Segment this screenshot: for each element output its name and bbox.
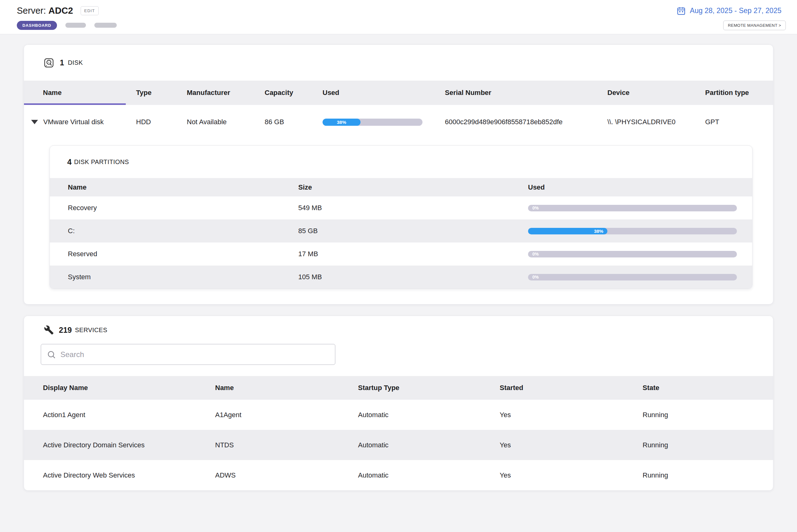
column-header-serial[interactable]: Serial Number <box>445 89 607 97</box>
partition-size: 85 GB <box>298 227 528 235</box>
service-startup-type: Automatic <box>358 471 500 479</box>
partition-used-percent-label: 0% <box>532 274 538 280</box>
partition-name: System <box>50 273 298 281</box>
partition-name: Reserved <box>50 250 298 258</box>
disk-type: HDD <box>136 118 187 126</box>
disk-used-progress-bar: 38% 38% <box>323 119 422 126</box>
partitions-table-header: Name Size Used <box>50 178 752 196</box>
service-started: Yes <box>500 441 643 449</box>
tab-dashboard[interactable]: DASHBOARD <box>17 21 57 30</box>
service-startup-type: Automatic <box>358 441 500 449</box>
disk-name: VMware Virtual disk <box>43 118 104 126</box>
disk-table-header: Name Type Manufacturer Capacity Used Ser… <box>24 81 773 105</box>
column-header-name[interactable]: Name <box>24 89 136 97</box>
partition-used-progress-bar: 38% 38% <box>528 228 737 234</box>
server-name: ADC2 <box>49 6 73 16</box>
column-header-startup-type[interactable]: Startup Type <box>358 384 500 392</box>
search-input[interactable] <box>60 350 329 359</box>
services-table-body: Action1 Agent A1Agent Automatic Yes Runn… <box>24 400 773 490</box>
service-name: NTDS <box>215 441 358 449</box>
disk-icon <box>43 58 54 68</box>
column-header-manufacturer[interactable]: Manufacturer <box>187 89 265 97</box>
partition-size: 105 MB <box>298 273 528 281</box>
disk-partition-type: GPT <box>705 118 773 126</box>
column-header-name[interactable]: Name <box>50 183 298 191</box>
partition-used-percent-label: 38% <box>590 228 607 234</box>
disk-card-title: DISK <box>68 59 83 66</box>
partitions-count: 4 <box>67 157 72 167</box>
service-display-name: Active Directory Web Services <box>24 471 215 479</box>
partitions-card-header: 4 DISK PARTITIONS <box>50 146 752 178</box>
disk-count: 1 <box>60 58 64 67</box>
service-row[interactable]: Active Directory Domain Services NTDS Au… <box>24 430 773 460</box>
service-startup-type: Automatic <box>358 411 500 419</box>
partition-name: Recovery <box>50 204 298 212</box>
column-header-state[interactable]: State <box>643 384 773 392</box>
service-name: A1Agent <box>215 411 358 419</box>
header-tabs-row: DASHBOARD REMOTE MANAGEMENT > <box>0 20 797 34</box>
service-started: Yes <box>500 471 643 479</box>
column-header-type[interactable]: Type <box>136 89 187 97</box>
services-table-header: Display Name Name Startup Type Started S… <box>24 376 773 400</box>
disk-card-header: 1 DISK <box>24 45 773 81</box>
services-search-box <box>41 344 335 365</box>
partition-used-percent-label: 0% <box>532 206 538 210</box>
partition-size: 17 MB <box>298 250 528 258</box>
partition-name: C: <box>50 227 298 235</box>
search-icon <box>47 350 56 359</box>
services-count: 219 <box>59 326 72 335</box>
edit-button[interactable]: EDIT <box>81 6 99 15</box>
column-header-display-name[interactable]: Display Name <box>24 384 215 392</box>
partition-row: System 105 MB 0% 0% <box>50 266 752 289</box>
app-header: Server: ADC2 EDIT Aug 28, 2025 - Sep 27,… <box>0 0 797 34</box>
page-title: Server: ADC2 <box>17 6 73 16</box>
column-header-name[interactable]: Name <box>215 384 358 392</box>
column-header-capacity[interactable]: Capacity <box>265 89 323 97</box>
column-header-device[interactable]: Device <box>607 89 705 97</box>
partition-size: 549 MB <box>298 204 528 212</box>
tab-placeholder <box>94 23 117 28</box>
disk-device-path: \\. \PHYSICALDRIVE0 <box>607 118 705 126</box>
partition-row: Reserved 17 MB 0% 0% <box>50 243 752 266</box>
disk-manufacturer: Not Available <box>187 118 265 126</box>
header-title-row: Server: ADC2 EDIT Aug 28, 2025 - Sep 27,… <box>0 0 797 20</box>
services-card-header: 219 SERVICES <box>24 316 773 344</box>
partition-used-percent-label: 0% <box>532 251 538 256</box>
service-display-name: Active Directory Domain Services <box>24 441 215 449</box>
partitions-card-title: DISK PARTITIONS <box>74 158 129 166</box>
disk-partitions-card: 4 DISK PARTITIONS Name Size Used Recover… <box>50 145 753 289</box>
column-header-used[interactable]: Used <box>528 183 752 191</box>
disk-table-row[interactable]: VMware Virtual disk HDD Not Available 86… <box>24 105 773 139</box>
column-header-used[interactable]: Used <box>323 89 445 97</box>
service-state: Running <box>643 411 773 419</box>
column-header-started[interactable]: Started <box>500 384 643 392</box>
dashboard-content: 1 DISK Name Type Manufacturer Capacity U… <box>0 34 797 491</box>
tab-placeholder <box>65 23 86 28</box>
services-card-title: SERVICES <box>75 326 108 334</box>
column-header-size[interactable]: Size <box>298 183 528 191</box>
service-row[interactable]: Active Directory Web Services ADWS Autom… <box>24 460 773 490</box>
disk-card: 1 DISK Name Type Manufacturer Capacity U… <box>24 44 773 304</box>
collapse-arrow-icon[interactable] <box>31 120 38 124</box>
partitions-table-body: Recovery 549 MB 0% 0% C: 85 GB <box>50 196 752 289</box>
column-header-partition-type[interactable]: Partition type <box>705 89 773 97</box>
partition-used-progress-bar: 0% 0% <box>528 251 737 258</box>
partition-used-progress-bar: 0% 0% <box>528 274 737 281</box>
wrench-icon <box>44 325 54 335</box>
service-name: ADWS <box>215 471 358 479</box>
date-range-picker[interactable]: Aug 28, 2025 - Sep 27, 2025 <box>677 6 781 16</box>
disk-capacity: 86 GB <box>265 118 323 126</box>
calendar-icon <box>677 6 686 16</box>
service-display-name: Action1 Agent <box>24 411 215 419</box>
service-state: Running <box>643 441 773 449</box>
service-row[interactable]: Action1 Agent A1Agent Automatic Yes Runn… <box>24 400 773 430</box>
remote-management-button[interactable]: REMOTE MANAGEMENT > <box>723 21 786 30</box>
partition-used-progress-bar: 0% 0% <box>528 205 737 211</box>
disk-used-percent-label: 38% <box>337 119 346 125</box>
disk-serial-number: 6000c299d489e906f8558718eb852dfe <box>445 118 607 126</box>
partition-row: Recovery 549 MB 0% 0% <box>50 196 752 220</box>
service-state: Running <box>643 471 773 479</box>
partition-row: C: 85 GB 38% 38% <box>50 220 752 243</box>
services-card: 219 SERVICES Display Name Name Startup T… <box>24 316 773 491</box>
server-label: Server: <box>17 6 46 16</box>
